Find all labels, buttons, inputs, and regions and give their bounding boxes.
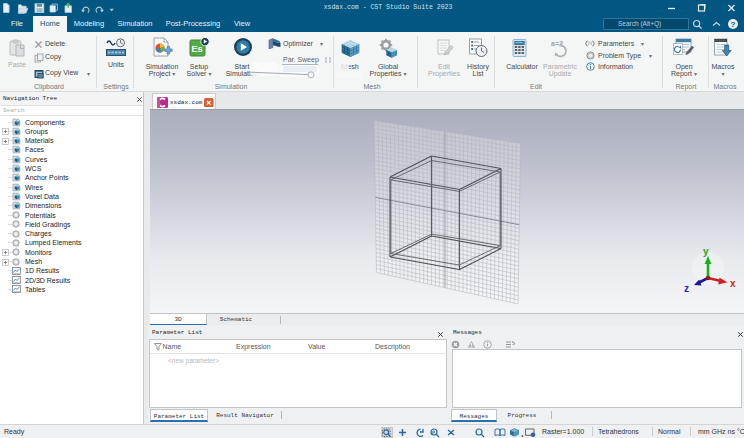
svg-text:z: z — [684, 283, 689, 294]
svg-text:x: x — [730, 278, 736, 289]
svg-text:?: ? — [731, 20, 736, 29]
svg-text:y: y — [703, 246, 709, 257]
svg-text:Es: Es — [191, 44, 202, 54]
